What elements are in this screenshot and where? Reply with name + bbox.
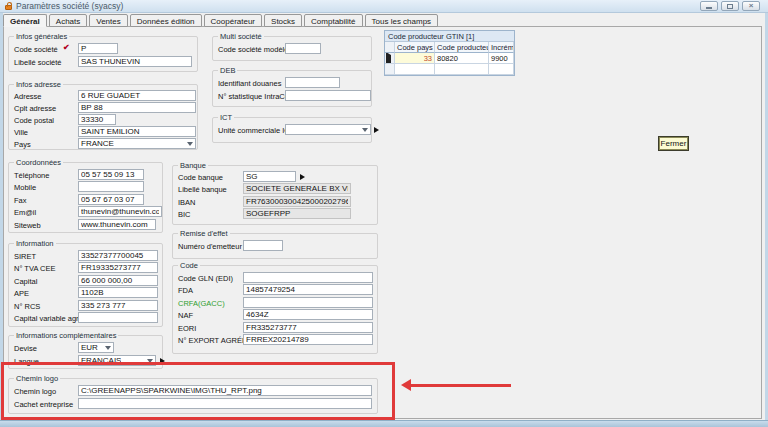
gtin-cell-empty[interactable] (435, 64, 489, 75)
field-label: Capital (14, 277, 37, 286)
crfa-input[interactable] (243, 297, 373, 308)
tab-ventes[interactable]: Ventes (89, 14, 127, 27)
adresse-input[interactable] (78, 90, 196, 101)
nav-arrow-icon[interactable] (160, 358, 165, 364)
close-button[interactable]: × (742, 1, 760, 11)
gtin-corner-cell (385, 42, 395, 53)
siret-input[interactable] (78, 250, 158, 261)
tab-stocks[interactable]: Stocks (264, 14, 302, 27)
ville-input[interactable] (78, 126, 196, 137)
telephone-input[interactable] (78, 169, 144, 180)
maximize-button[interactable] (721, 1, 739, 11)
capital-input[interactable] (78, 275, 158, 286)
field-label: Libellé société (14, 58, 62, 67)
iban-input (243, 196, 351, 207)
group-title: Chemin logo (14, 374, 60, 383)
field-label: Chemin logo (14, 387, 56, 396)
gtin-grid: Code pays Code producteur Incrém. 33 808… (385, 42, 514, 75)
tab-comptabilite[interactable]: Comptabilité (304, 14, 362, 27)
group-infos-generales: Infos générales Code société ✔ Libellé s… (8, 36, 198, 72)
gtin-cell-code-producteur[interactable]: 80820 (435, 53, 489, 64)
group-title: Code (178, 261, 200, 270)
code-societe-input[interactable] (78, 43, 118, 54)
field-label: Téléphone (14, 171, 49, 180)
group-title: Coordonnées (14, 158, 63, 167)
field-label: FDA (178, 286, 193, 295)
tab-general[interactable]: Général (3, 14, 47, 27)
chevron-down-icon (147, 359, 153, 363)
field-label: Libellé banque (178, 185, 227, 194)
group-title: Informations complémentaires (14, 331, 118, 340)
group-title: DEB (218, 66, 237, 75)
libelle-banque-input (243, 183, 351, 194)
cplt-adresse-input[interactable] (78, 102, 196, 113)
unite-ict-select[interactable] (285, 124, 371, 135)
numero-emetteur-input[interactable] (243, 240, 283, 251)
group-title: Multi société (218, 32, 264, 41)
field-label: Em@il (14, 208, 36, 217)
nav-arrow-icon[interactable] (300, 174, 305, 180)
field-label: EORI (178, 324, 196, 333)
gtin-title: Code producteur GTIN [1] (385, 31, 514, 42)
field-label: Code société (14, 45, 58, 54)
field-label: IBAN (178, 198, 196, 207)
group-multi-societe: Multi société Code société modèle (212, 36, 372, 61)
email-input[interactable] (78, 206, 162, 217)
gtin-header-code-producteur[interactable]: Code producteur (435, 42, 489, 53)
group-infos-complementaires: Informations complémentaires Devise EUR … (8, 335, 163, 369)
group-title: Information (14, 239, 56, 248)
window-controls: × (700, 1, 760, 11)
nav-arrow-icon[interactable] (374, 127, 379, 133)
field-label: Devise (14, 344, 37, 353)
chevron-down-icon (362, 128, 368, 132)
naf-input[interactable] (243, 309, 373, 320)
devise-select[interactable]: EUR (78, 342, 114, 353)
code-gln-input[interactable] (243, 272, 373, 283)
langue-select[interactable]: FRANCAIS (78, 355, 156, 366)
capital-variable-input[interactable] (78, 312, 158, 323)
mobile-input[interactable] (78, 181, 144, 192)
minimize-button[interactable] (700, 1, 718, 11)
fermer-button[interactable]: Fermer (659, 137, 688, 150)
field-label: Fax (14, 196, 27, 205)
gtin-cell-code-pays[interactable]: 33 (395, 53, 435, 64)
gtin-cell-empty[interactable] (489, 64, 514, 75)
field-label: Code postal (14, 116, 54, 125)
field-label: Ville (14, 128, 28, 137)
tva-cee-input[interactable] (78, 262, 158, 273)
chemin-logo-input[interactable] (78, 385, 372, 396)
tab-tous-les-champs[interactable]: Tous les champs (365, 14, 439, 27)
gtin-cell-empty[interactable] (395, 64, 435, 75)
eori-input[interactable] (243, 322, 373, 333)
fda-input[interactable] (243, 284, 373, 295)
ape-input[interactable] (78, 287, 158, 298)
group-title: Banque (178, 161, 208, 170)
devise-select-value: EUR (81, 343, 98, 352)
tab-donnees-edition[interactable]: Données édition (130, 14, 202, 27)
group-title: Infos générales (14, 32, 69, 41)
statistique-intracom-input[interactable] (285, 90, 371, 101)
gtin-header-increm[interactable]: Incrém. (489, 42, 514, 53)
field-label: Code GLN (EDI) (178, 274, 233, 283)
code-banque-input[interactable] (243, 171, 296, 182)
code-societe-modele-input[interactable] (285, 43, 321, 54)
field-label: Adresse (14, 92, 42, 101)
field-label: Langue (14, 357, 39, 366)
gtin-header-code-pays[interactable]: Code pays (395, 42, 435, 53)
gtin-cell-increm[interactable]: 9900 (489, 53, 514, 64)
libelle-societe-input[interactable] (78, 56, 192, 67)
siteweb-input[interactable] (78, 219, 156, 230)
tab-achats[interactable]: Achats (49, 14, 87, 27)
tab-cooperateur[interactable]: Coopérateur (204, 14, 262, 27)
export-agree-input[interactable] (243, 334, 373, 345)
field-label: Siteweb (14, 221, 41, 230)
rcs-input[interactable] (78, 300, 158, 311)
fax-input[interactable] (78, 194, 144, 205)
cachet-entreprise-input[interactable] (78, 398, 372, 409)
window-border-bottom (0, 420, 768, 427)
gtin-panel: Code producteur GTIN [1] Code pays Code … (384, 30, 515, 76)
code-postal-input[interactable] (78, 114, 116, 125)
pays-select[interactable]: FRANCE (78, 138, 196, 149)
lock-icon (5, 5, 12, 10)
identifiant-douanes-input[interactable] (285, 77, 340, 88)
